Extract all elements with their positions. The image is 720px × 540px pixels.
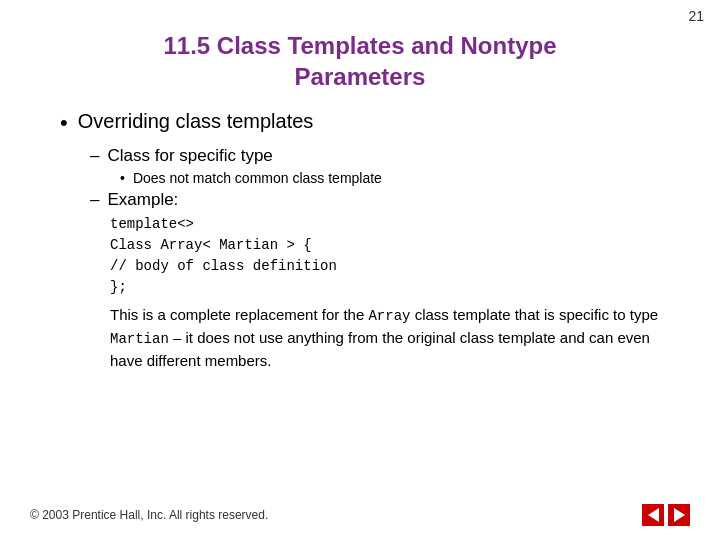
slide: 21 11.5 Class Templates and Nontype Para… [0,0,720,540]
sub-bullet-1-text: Class for specific type [107,146,272,166]
prev-button[interactable] [642,504,664,526]
copyright-text: © 2003 Prentice Hall, Inc. All rights re… [30,508,268,522]
main-bullet: Overriding class templates [60,110,680,136]
nav-buttons [642,504,690,526]
code-line-1: template<> [110,216,194,232]
desc-text-1: This is a complete replacement for the [110,306,364,323]
slide-title: 11.5 Class Templates and Nontype Paramet… [40,30,680,92]
sub-bullet-1: Class for specific type [90,146,680,166]
desc-text-3: – it does not use anything from the orig… [110,329,650,369]
sub-bullet-2: Example: [90,190,680,210]
sub-sub-bullet-1-text: Does not match common class template [133,170,382,186]
main-bullet-text: Overriding class templates [78,110,314,133]
title-line1: 11.5 Class Templates and Nontype [163,32,556,59]
sub-sub-bullet-1: Does not match common class template [120,170,680,186]
page-number: 21 [688,8,704,24]
code-line-3: // body of class definition [110,258,337,274]
sub-bullet-2-text: Example: [107,190,178,210]
code-block: template<> Class Array< Martian > { // b… [110,214,680,298]
code-line-4: }; [110,279,127,295]
title-line2: Parameters [295,63,426,90]
desc-text-2: class template that is specific to type [415,306,658,323]
footer: © 2003 Prentice Hall, Inc. All rights re… [0,504,720,526]
desc-code-2: Martian [110,331,169,347]
code-line-2: Class Array< Martian > { [110,237,312,253]
desc-code-1: Array [368,308,410,324]
description-block: This is a complete replacement for the A… [110,304,680,373]
next-button[interactable] [668,504,690,526]
